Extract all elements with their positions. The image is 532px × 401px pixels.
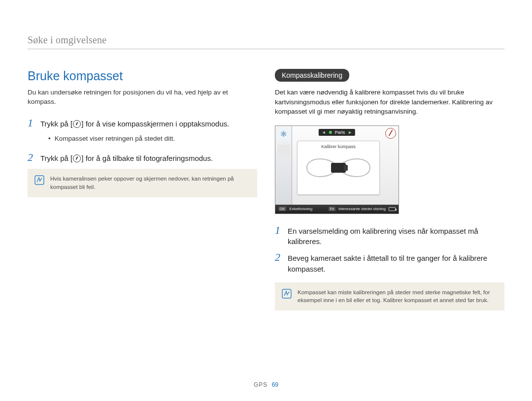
step-number: 1 bbox=[28, 118, 35, 128]
page-number: 69 bbox=[272, 381, 278, 388]
intro-text: Du kan undersøke retningen for posisjone… bbox=[28, 88, 257, 107]
step-1-pre: Trykk på [ bbox=[40, 120, 72, 128]
step-number: 2 bbox=[275, 252, 283, 263]
compass-dial-icon bbox=[385, 128, 396, 139]
battery-icon bbox=[389, 207, 396, 211]
globe-icon bbox=[277, 145, 290, 157]
right-step-1: 1 En varselsmelding om kalibrering vises… bbox=[275, 225, 504, 247]
camera-bottom-bar: OK Enkeltvisning Fn Interessante steder-… bbox=[275, 205, 399, 214]
note-icon bbox=[34, 175, 44, 185]
step-2-post: ] for å gå tilbake til fotograferingsmod… bbox=[81, 154, 213, 162]
step-number: 1 bbox=[275, 225, 283, 236]
page: Søke i omgivelsene Bruke kompasset Du ka… bbox=[0, 0, 532, 401]
step-body: Trykk på [] for å gå tilbake til fotogra… bbox=[40, 152, 213, 164]
step-1: 1 Trykk på [] for å vise kompasskjermen … bbox=[28, 118, 257, 129]
page-footer: GPS 69 bbox=[0, 381, 532, 388]
right-column: Kompasskalibrering Det kan være nødvendi… bbox=[275, 69, 504, 310]
calibration-intro: Det kan være nødvendig å kalibrere kompa… bbox=[275, 88, 504, 117]
page-title: Bruke kompasset bbox=[28, 69, 257, 83]
subsection-pill: Kompasskalibrering bbox=[275, 69, 349, 82]
step-number: 2 bbox=[28, 152, 35, 163]
chevron-right-icon: ► bbox=[348, 130, 352, 135]
step-body: En varselsmelding om kalibrering vises n… bbox=[288, 225, 504, 247]
bottom-right-label: Interessante steder-visning bbox=[338, 207, 386, 211]
step-body: Beveg kameraet sakte i åttetall to til t… bbox=[288, 252, 504, 275]
camera-screen-illustration: ✱ ◄ Paris ► Kalibrer kompass bbox=[275, 125, 399, 214]
right-step-2: 2 Beveg kameraet sakte i åttetall to til… bbox=[275, 252, 504, 275]
fn-key-icon: Fn bbox=[329, 207, 335, 211]
step-1-post: ] for å vise kompasskjermen i opptaksmod… bbox=[81, 120, 229, 128]
bottom-left-label: Enkeltvisning bbox=[289, 207, 312, 211]
step-2: 2 Trykk på [] for å gå tilbake til fotog… bbox=[28, 152, 257, 164]
chevron-left-icon: ◄ bbox=[322, 130, 326, 135]
location-tag: ◄ Paris ► bbox=[319, 129, 355, 136]
content-columns: Bruke kompasset Du kan undersøke retning… bbox=[28, 69, 504, 310]
note-box-right: Kompasset kan miste kalibreringen på ste… bbox=[275, 282, 504, 310]
footer-label: GPS bbox=[254, 381, 267, 388]
calibration-panel: Kalibrer kompass bbox=[297, 141, 380, 195]
location-label: Paris bbox=[335, 130, 345, 135]
panel-title: Kalibrer kompass bbox=[301, 144, 375, 149]
ok-key-icon: OK bbox=[278, 207, 286, 211]
note-box-left: Hvis kameralinsen peker oppover og skjer… bbox=[28, 169, 257, 197]
compass-button-icon bbox=[73, 154, 81, 162]
note-text: Kompasset kan miste kalibreringen på ste… bbox=[298, 288, 498, 305]
compass-button-icon bbox=[73, 120, 81, 128]
note-text: Hvis kameralinsen peker oppover og skjer… bbox=[50, 175, 250, 191]
step-2-pre: Trykk på [ bbox=[40, 154, 72, 162]
location-dot-icon bbox=[329, 131, 332, 134]
camera-icon bbox=[331, 163, 346, 173]
section-header: Søke i omgivelsene bbox=[28, 34, 504, 49]
mode-strip: ✱ bbox=[275, 126, 292, 214]
step-1-bullet: Kompasset viser retningen på stedet ditt… bbox=[48, 134, 257, 144]
note-icon bbox=[282, 289, 292, 299]
left-column: Bruke kompasset Du kan undersøke retning… bbox=[28, 69, 257, 310]
snowflake-icon: ✱ bbox=[277, 128, 290, 141]
figure-eight-icon bbox=[302, 151, 375, 185]
step-body: Trykk på [] for å vise kompasskjermen i … bbox=[40, 118, 229, 129]
